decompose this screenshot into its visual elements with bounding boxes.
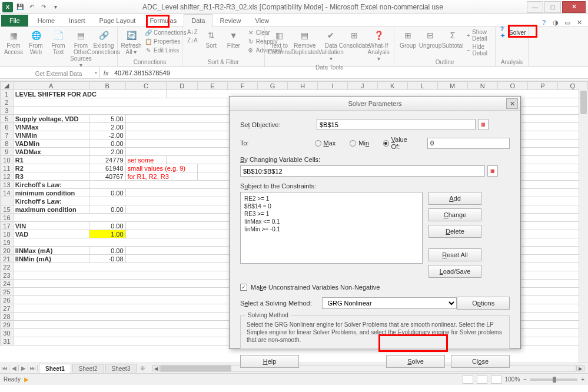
zoom-slider[interactable] [530, 378, 577, 381]
zoom-in-button[interactable]: + [581, 376, 584, 383]
sheet-nav-first[interactable]: ⏮ [0, 365, 9, 371]
row-header[interactable]: 15 [1, 205, 14, 214]
from-web-button[interactable]: 🌐From Web [26, 28, 46, 57]
dialog-close-button[interactable]: ✕ [506, 98, 518, 109]
formula-input[interactable]: 40767.3815378549 [112, 69, 588, 77]
row-header[interactable]: 30 [1, 329, 14, 337]
window-restore-icon[interactable]: ▭ [563, 18, 572, 26]
cell[interactable]: Supply voltage, VDD [13, 115, 89, 123]
close-window-button[interactable]: ✕ [562, 1, 586, 13]
cell[interactable]: 0.00 [89, 247, 125, 255]
row-header[interactable]: 29 [1, 321, 14, 329]
col-header[interactable]: Q [557, 82, 587, 90]
tab-data[interactable]: Data [184, 14, 212, 27]
new-sheet-icon[interactable]: ⊕ [137, 365, 148, 371]
col-header[interactable]: C [125, 82, 167, 90]
col-header[interactable]: O [497, 82, 527, 90]
cell[interactable]: R3 [13, 172, 89, 181]
row-header[interactable]: 8 [1, 139, 14, 148]
undo-icon[interactable]: ↶ [27, 2, 36, 12]
row-header[interactable]: 24 [1, 280, 14, 288]
vertical-scrollbar[interactable] [579, 89, 588, 363]
refresh-all-button[interactable]: 🔄Refresh All ▾ [121, 28, 141, 57]
cell[interactable]: 0.00 [89, 222, 125, 230]
col-header[interactable]: E [198, 82, 228, 90]
cell[interactable]: 1.00 [89, 230, 125, 238]
zoom-out-button[interactable]: − [523, 376, 527, 383]
col-header[interactable]: F [228, 82, 258, 90]
col-header[interactable]: K [377, 82, 407, 90]
row-header[interactable]: 16 [1, 214, 14, 222]
col-header[interactable]: L [407, 82, 437, 90]
cell[interactable]: 0.00 [89, 139, 125, 148]
from-text-button[interactable]: 📄From Text [48, 28, 68, 57]
redo-icon[interactable]: ↷ [39, 2, 48, 12]
sheet-nav-next[interactable]: ▶ [19, 365, 28, 371]
cell[interactable]: 2.00 [89, 148, 125, 156]
remove-duplicates-button[interactable]: ▤Remove Duplicates [293, 28, 318, 57]
row-header[interactable]: 18 [1, 230, 14, 238]
sheet-tab-3[interactable]: Sheet3 [105, 364, 137, 373]
row-header[interactable]: 31 [1, 337, 14, 346]
row-header[interactable]: 5 [1, 115, 14, 123]
sheet-tab-2[interactable]: Sheet2 [72, 364, 104, 373]
name-box[interactable] [0, 67, 100, 78]
edit-links-button[interactable]: ✎Edit Links [144, 46, 188, 54]
row-header[interactable]: 27 [1, 304, 14, 313]
row-header[interactable]: 20 [1, 247, 14, 255]
row-header[interactable]: 10 [1, 156, 14, 164]
reset-all-button[interactable]: Reset All [428, 248, 481, 261]
ungroup-button[interactable]: ⊟Ungroup [420, 28, 440, 50]
add-button[interactable]: Add [428, 192, 481, 205]
row-header[interactable]: 13 [1, 181, 14, 189]
view-pagelayout-button[interactable] [477, 376, 487, 384]
cell[interactable]: VIN [13, 222, 89, 230]
col-header[interactable]: J [347, 82, 377, 90]
select-all-corner[interactable]: ◢ [1, 82, 14, 90]
tab-review[interactable]: Review [212, 15, 248, 26]
radio-value-of[interactable]: Value Of: [383, 136, 413, 150]
sort-button[interactable]: ⇅Sort [201, 28, 221, 50]
cell[interactable]: 5.00 [89, 115, 125, 123]
cell[interactable]: 0.00 [89, 205, 125, 214]
cell[interactable]: VINMin [13, 131, 89, 139]
text-to-columns-button[interactable]: ▥Text to Columns [268, 28, 290, 57]
cell[interactable]: -2.00 [89, 131, 125, 139]
row-header[interactable]: 17 [1, 222, 14, 230]
row-header[interactable]: 6 [1, 123, 14, 131]
file-tab[interactable]: File [1, 15, 28, 26]
cells-ref-icon[interactable]: ▦ [487, 165, 498, 177]
ribbon-min-icon[interactable]: ◑ [552, 18, 560, 26]
row-header[interactable]: 19 [1, 238, 14, 247]
col-header[interactable]: D [167, 82, 198, 90]
cell[interactable]: 61948 [89, 164, 125, 172]
col-header[interactable]: B [89, 82, 125, 90]
macro-record-icon[interactable]: ▶ [24, 376, 29, 383]
objective-input[interactable] [317, 119, 476, 130]
view-pagebreak-button[interactable] [491, 376, 501, 384]
show-detail-button[interactable]: +Show Detail [465, 28, 491, 42]
cell[interactable]: Kirchoff's Law: [13, 181, 89, 189]
group-button[interactable]: ⊞Group [398, 28, 418, 50]
radio-min[interactable]: Min [350, 139, 369, 147]
solve-button[interactable]: Solve [386, 355, 445, 368]
cell[interactable]: minimum condition [13, 189, 89, 197]
row-header[interactable]: 9 [1, 148, 14, 156]
cell[interactable]: 0.00 [89, 189, 125, 197]
properties-button[interactable]: 📋Properties [144, 37, 188, 45]
method-select[interactable]: GRG Nonlinear [322, 297, 457, 309]
tab-insert[interactable]: Insert [62, 15, 92, 26]
options-button[interactable]: Options [457, 297, 510, 310]
cell[interactable]: LEVEL SHIFTER FOR ADC [13, 90, 166, 98]
cell[interactable]: -0.08 [89, 255, 125, 263]
value-of-input[interactable] [427, 138, 510, 149]
cell[interactable]: 2.00 [89, 123, 125, 131]
maximize-button[interactable]: □ [544, 1, 561, 13]
cell[interactable]: R2 [13, 164, 89, 172]
sheet-nav-last[interactable]: ⏭ [28, 365, 38, 371]
from-access-button[interactable]: ▦From Access [4, 28, 24, 57]
tab-home[interactable]: Home [31, 15, 62, 26]
row-header[interactable]: 14 [1, 189, 14, 197]
help-icon[interactable]: ? [540, 18, 548, 26]
row-header[interactable]: 28 [1, 313, 14, 321]
